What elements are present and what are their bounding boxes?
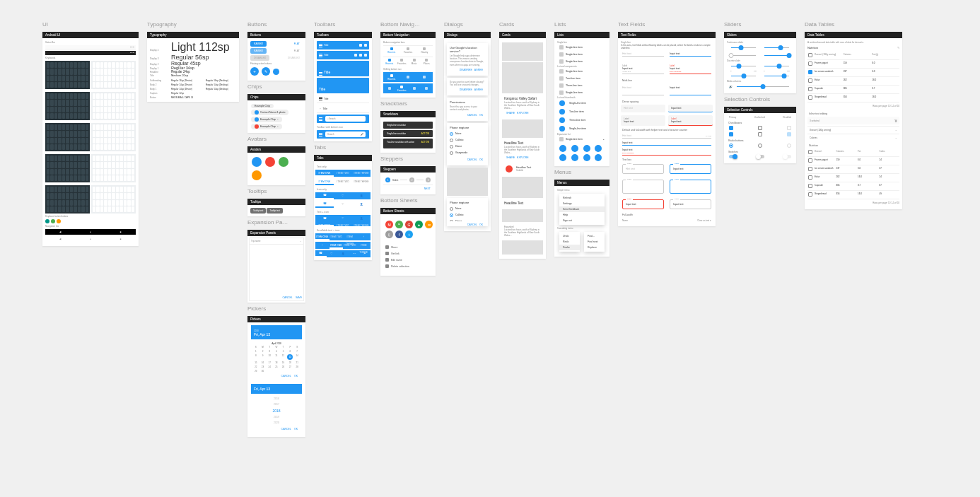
- filled-field[interactable]: Hint text: [621, 105, 665, 112]
- bottom-sheet-grid[interactable]: M ❝ G ▲ ✉ ⎘ f t: [383, 218, 433, 240]
- mic-icon[interactable]: 🎤: [361, 133, 363, 136]
- pagination[interactable]: Rows per page: 10 1-5 of 10: [807, 199, 899, 206]
- outlined-field[interactable]: LabelInput text: [670, 164, 711, 174]
- list-item[interactable]: Single-line item: [557, 68, 607, 75]
- filled-field[interactable]: LabelInput text: [668, 115, 713, 126]
- menu-item[interactable]: Replace: [584, 245, 605, 250]
- ok-button[interactable]: OK: [479, 158, 483, 161]
- close-icon[interactable]: ×: [277, 125, 279, 128]
- save-button[interactable]: SAVE: [296, 296, 302, 299]
- menu-item[interactable]: Help: [559, 212, 605, 218]
- sheet-item[interactable]: Get link: [385, 250, 431, 257]
- full-width-field[interactable]: Input textError message: [622, 148, 711, 156]
- next-button[interactable]: NEXT: [424, 187, 431, 190]
- step[interactable]: 3: [426, 177, 431, 182]
- text-field[interactable]: LabelInput textError message: [670, 64, 711, 74]
- tabs-scrollable[interactable]: ITEM ONEITEM TWOITEM THREE›: [315, 233, 371, 240]
- radio-icon[interactable]: [450, 139, 453, 142]
- cancel-button[interactable]: CANCEL: [281, 428, 291, 431]
- table-row[interactable]: Cupcake3053.767: [807, 182, 899, 191]
- action-search-icon[interactable]: [57, 219, 61, 223]
- ok-button[interactable]: OK: [294, 375, 298, 378]
- bottom-nav-item[interactable]: Recents: [383, 57, 396, 66]
- home-icon[interactable]: ●: [90, 238, 91, 240]
- tab[interactable]: ITEM THREE: [352, 170, 371, 177]
- app-gplus-icon[interactable]: G: [405, 221, 413, 228]
- more-icon[interactable]: [364, 44, 367, 47]
- menu-icon[interactable]: [319, 55, 322, 56]
- app-gmail-icon[interactable]: M: [385, 221, 393, 228]
- checkbox[interactable]: [808, 78, 812, 83]
- full-width-field[interactable]: Input text: [622, 141, 711, 146]
- slider-discrete[interactable]: [764, 76, 789, 76]
- chip-deletable[interactable]: Example Chip×: [251, 117, 282, 122]
- close-icon[interactable]: ×: [277, 118, 279, 121]
- overview-icon[interactable]: ■: [120, 230, 122, 233]
- chevron-down-icon[interactable]: ⌄: [300, 240, 302, 242]
- share-button[interactable]: SHARE: [506, 112, 515, 115]
- list-item[interactable]: Two-line item: [557, 107, 607, 116]
- radio-icon[interactable]: [450, 145, 453, 148]
- app-copy-icon[interactable]: ⎘: [385, 230, 393, 238]
- slider[interactable]: [764, 55, 789, 56]
- home-icon[interactable]: ●: [90, 230, 91, 233]
- selected-day[interactable]: 13: [287, 354, 293, 360]
- multiline-field[interactable]: Hint text: [622, 86, 664, 95]
- bottom-nav-item[interactable]: Recents: [383, 72, 399, 82]
- keyboard-light[interactable]: [91, 92, 136, 120]
- table-row[interactable]: Frozen yogurt1596.0: [807, 60, 899, 69]
- menu-item[interactable]: Find next: [584, 239, 605, 245]
- chevron-down-icon[interactable]: ⌄: [895, 129, 897, 131]
- agree-button[interactable]: AGREE: [474, 88, 483, 91]
- switch[interactable]: [757, 155, 764, 158]
- keyboard-light-alt[interactable]: [91, 185, 136, 214]
- outlined-field[interactable]: Label: [622, 180, 664, 194]
- action-done-icon[interactable]: [51, 219, 55, 223]
- tab-icon[interactable]: ♡: [334, 192, 352, 199]
- keyboard-dark[interactable]: [45, 61, 90, 89]
- back-icon[interactable]: ◀: [59, 230, 61, 233]
- outlined-field[interactable]: Label: [670, 180, 711, 194]
- list-item-expand[interactable]: Single-line item⌄: [557, 136, 607, 143]
- slider-discrete[interactable]: [731, 66, 756, 66]
- keyboard-light-numeric[interactable]: [91, 123, 136, 151]
- cancel-button[interactable]: CANCEL: [467, 114, 477, 117]
- filled-field[interactable]: Input text: [668, 105, 713, 112]
- keyboard-light[interactable]: [91, 61, 136, 89]
- checkbox[interactable]: [808, 87, 812, 91]
- delete-icon[interactable]: 🗑: [894, 119, 897, 122]
- list-item[interactable]: Single-line item: [557, 99, 607, 107]
- tab[interactable]: ITEM ONE: [315, 178, 334, 185]
- table-row[interactable]: Eclair26216.024: [807, 174, 899, 182]
- checkbox[interactable]: [729, 126, 733, 130]
- menu-item[interactable]: Redo: [559, 239, 580, 245]
- tab[interactable]: ITEM TWO: [334, 170, 352, 177]
- overview-icon[interactable]: ■: [120, 238, 122, 240]
- radio[interactable]: [758, 144, 762, 148]
- card[interactable]: Headline Text: [502, 199, 543, 208]
- table-row[interactable]: Gingerbread35616.0: [807, 94, 899, 103]
- tabs-scrollable-icon[interactable]: ☎♡👤⋯⚑: [315, 250, 371, 257]
- full-width-field[interactable]: Hint text0 / 100: [622, 134, 711, 139]
- table-row[interactable]: Gingerbread35616.049: [807, 191, 899, 199]
- checkbox[interactable]: [758, 126, 762, 130]
- action-send-icon[interactable]: [45, 219, 49, 223]
- tab-icon[interactable]: 👤: [352, 192, 371, 199]
- fab-add-icon[interactable]: +: [250, 67, 259, 76]
- back-icon[interactable]: ←: [319, 107, 322, 110]
- outlined-field[interactable]: LabelInput text: [670, 199, 711, 209]
- ok-button[interactable]: OK: [479, 223, 483, 226]
- filled-field[interactable]: LabelInput text: [621, 115, 665, 126]
- keyboard-light-symbols[interactable]: [91, 154, 136, 182]
- list-item[interactable]: Single-line item: [557, 89, 607, 96]
- menu-item[interactable]: Send feedback: [559, 206, 605, 212]
- ok-button[interactable]: OK: [294, 428, 298, 431]
- outlined-field[interactable]: LabelHint text: [622, 164, 664, 174]
- menu-item[interactable]: Find ▸: [559, 245, 580, 250]
- tab[interactable]: ITEM TWO: [334, 178, 352, 185]
- more-icon[interactable]: [364, 54, 367, 57]
- raised-button[interactable]: RAISED: [250, 48, 267, 54]
- chip[interactable]: Example Chip: [251, 104, 274, 108]
- explore-button[interactable]: EXPLORE: [517, 112, 529, 115]
- cancel-button[interactable]: CANCEL: [283, 296, 293, 299]
